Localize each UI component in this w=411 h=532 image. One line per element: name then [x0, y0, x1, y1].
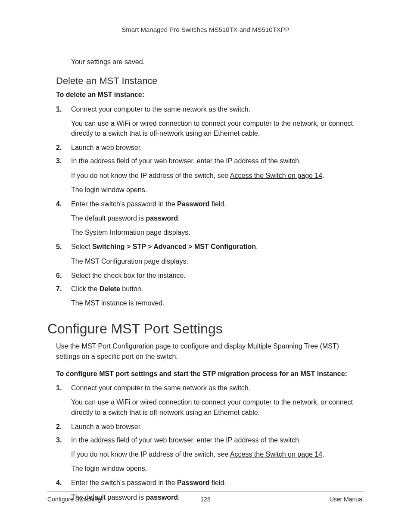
step-note: You can use a WiFi or wired connection t…	[71, 118, 364, 138]
step-4: Enter the switch’s password in the Passw…	[56, 199, 364, 238]
text: The default password is	[71, 215, 146, 222]
bold-delete-button-name: Delete	[100, 285, 120, 292]
steps-delete-mst: Connect your computer to the same networ…	[56, 104, 364, 308]
step-text: Launch a web browser.	[71, 144, 142, 151]
step-7: Click the Delete button. The MST instanc…	[56, 284, 364, 308]
step-text: Connect your computer to the same networ…	[71, 106, 250, 113]
text: Select	[71, 243, 92, 250]
text: .	[178, 215, 180, 222]
subheading-delete-mst: Delete an MST Instance	[56, 75, 364, 87]
steps-configure-mst-port: Connect your computer to the same networ…	[56, 383, 364, 502]
step-text: Select the check box for the instance.	[71, 272, 186, 279]
step-note: If you do not know the IP address of the…	[71, 171, 364, 180]
step-note: The default password is password.	[71, 213, 364, 223]
link-access-switch[interactable]: Access the Switch on page 14	[230, 172, 322, 179]
step-text: Connect your computer to the same networ…	[71, 384, 250, 392]
bold-password-label: Password	[177, 200, 210, 208]
step-6: Select the check box for the instance.	[56, 271, 364, 280]
step-text: In the address field of your web browser…	[71, 436, 301, 444]
text: field.	[210, 200, 226, 208]
text: .	[256, 243, 258, 250]
text: Enter the switch’s password in the	[71, 200, 177, 208]
lead-delete-mst: To delete an MST instance:	[56, 90, 364, 100]
step-note: The MST instance is removed.	[71, 298, 364, 308]
running-header: Smart Managed Pro Switches MS510TX and M…	[47, 26, 364, 33]
section-intro: Use the MST Port Configuration page to c…	[56, 341, 364, 361]
bold-menu-path: Switching > STP > Advanced > MST Configu…	[92, 243, 256, 250]
bold-password-label: Password	[177, 479, 210, 486]
footer-doc-type: User Manual	[330, 496, 364, 503]
step-note: You can use a WiFi or wired connection t…	[71, 397, 364, 417]
heading-configure-mst-port: Configure MST Port Settings	[47, 321, 364, 337]
step-note: The System Information page displays.	[71, 227, 364, 237]
footer-section-name: Configure Switching	[47, 496, 101, 503]
step-2: Launch a web browser.	[56, 422, 364, 432]
step-text: In the address field of your web browser…	[71, 157, 301, 165]
step-3: In the address field of your web browser…	[56, 435, 364, 474]
step-note: The MST Configuration page displays.	[71, 256, 364, 266]
page: Smart Managed Pro Switches MS510TX and M…	[0, 0, 411, 532]
step-2: Launch a web browser.	[56, 143, 364, 152]
step-3: In the address field of your web browser…	[56, 156, 364, 195]
text: field.	[210, 479, 226, 486]
text: Enter the switch’s password in the	[71, 479, 177, 486]
step-note: The login window opens.	[71, 464, 364, 473]
text: Click the	[71, 285, 100, 292]
bold-password-value: password	[146, 215, 178, 222]
link-access-switch[interactable]: Access the Switch on page 14	[230, 451, 322, 458]
step-5: Select Switching > STP > Advanced > MST …	[56, 242, 364, 266]
text: .	[322, 172, 324, 179]
text: If you do not know the IP address of the…	[71, 172, 230, 179]
step-note: If you do not know the IP address of the…	[71, 449, 364, 459]
lead-configure-mst-port: To configure MST port settings and start…	[56, 369, 364, 379]
step-text: Launch a web browser.	[71, 423, 142, 430]
step-note: The login window opens.	[71, 185, 364, 195]
step-1: Connect your computer to the same networ…	[56, 383, 364, 417]
page-footer: Configure Switching 128 User Manual	[47, 491, 364, 503]
text: button.	[120, 285, 143, 292]
text: If you do not know the IP address of the…	[71, 451, 230, 458]
text: .	[322, 451, 324, 458]
step-1: Connect your computer to the same networ…	[56, 104, 364, 139]
saved-confirmation: Your settings are saved.	[71, 57, 364, 67]
